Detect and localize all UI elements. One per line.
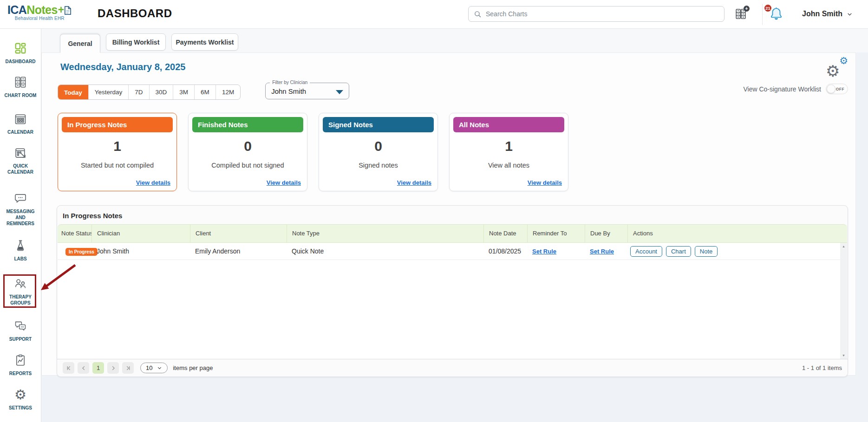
range-30d[interactable]: 30D [150,85,174,99]
toggle-state-text: OFF [836,87,844,91]
items-per-page-label: items per page [173,364,213,371]
sidebar-item-chart-room[interactable]: CHART ROOM [0,76,41,98]
cosignature-toggle[interactable]: OFF [826,84,848,94]
sidebar-item-messaging[interactable]: MESSAGING AND REMINDERS [0,192,41,227]
col-actions: Actions [627,225,847,242]
sidebar-label: CHART ROOM [3,92,38,98]
report-clipboard-icon [14,354,27,367]
page-size-value: 10 [146,364,152,371]
page-title: DASHBOARD [98,7,172,20]
notifications-bell-icon[interactable]: 21 [769,6,783,21]
cosignature-toggle-row: View Co-signature Worklist OFF [743,84,848,94]
panel-corner-tools: ⚙ ⚙ View Co-signature Worklist OFF [743,58,848,94]
card-signed-notes[interactable]: Signed Notes 0 Signed notes View details [319,113,438,191]
tab-payments-worklist[interactable]: Payments Worklist [171,33,238,51]
view-details-link[interactable]: View details [136,179,170,186]
logo-text-notes: Notes [26,4,57,16]
card-finished-notes[interactable]: Finished Notes 0 Compiled but not signed… [188,113,307,191]
table-pagination: 1 10 items per page 1 - 1 of 1 items [57,359,848,377]
logo-tagline: Behavioral Health EHR [7,16,72,21]
date-heading: Wednesday, January 8, 2025 [42,53,855,72]
card-all-notes[interactable]: All Notes 1 View all notes View details [449,113,568,191]
tab-general[interactable]: General [60,34,100,53]
sidebar-item-calendar[interactable]: CALENDAR [0,112,41,135]
table-row: In Progress John Smith Emily Anderson Qu… [58,243,847,260]
range-12m[interactable]: 12M [216,85,240,99]
cell-note-type: Quick Note [287,247,483,255]
sidebar-label: LABS [3,256,38,262]
next-page-button[interactable] [107,362,119,374]
logo-text-ica: ICA [7,4,26,16]
top-header: ICANotes+ Behavioral Health EHR DASHBOAR… [0,0,868,29]
cell-clinician: John Smith [91,247,190,255]
gear-icon: ⚙ [839,56,848,65]
range-6m[interactable]: 6M [195,85,216,99]
table-body: In Progress John Smith Emily Anderson Qu… [58,243,847,359]
general-tab-panel: ⚙ ⚙ View Co-signature Worklist OFF Wedne… [41,52,856,376]
card-subtitle: View all notes [450,162,568,169]
view-details-link[interactable]: View details [528,179,562,186]
main-content: General Billing Worklist Payments Workli… [41,29,868,376]
cosignature-label: View Co-signature Worklist [743,85,821,93]
set-rule-reminder-link[interactable]: Set Rule [532,248,556,255]
set-rule-dueby-link[interactable]: Set Rule [590,248,614,255]
card-subtitle: Signed notes [319,162,437,169]
charts-add-icon[interactable]: + [735,8,747,20]
search-input[interactable] [486,10,719,18]
first-page-button[interactable] [63,362,74,374]
cell-client: Emily Anderson [190,247,287,255]
notification-count-badge: 21 [764,4,772,13]
card-subtitle: Compiled but not signed [189,162,307,169]
sidebar-item-dashboard[interactable]: DASHBOARD [0,42,41,65]
prev-page-button[interactable] [78,362,89,374]
sidebar-item-reports[interactable]: REPORTS [0,354,41,377]
sidebar-item-quick-calendar[interactable]: QUICK CALENDAR [0,146,41,175]
row-actions: Account Chart Note [627,246,847,257]
tab-billing-worklist[interactable]: Billing Worklist [106,33,166,51]
search-charts-box[interactable] [468,6,724,22]
user-menu[interactable]: John Smith [802,10,853,18]
col-note-date: Note Date [483,225,527,242]
col-note-status: Note Status [58,225,91,242]
view-details-link[interactable]: View details [267,179,301,186]
sidebar-item-settings[interactable]: ⚙ SETTINGS [0,388,41,411]
icanotes-logo[interactable]: ICANotes+ Behavioral Health EHR [7,4,72,21]
last-page-button[interactable] [122,362,134,374]
quick-calendar-icon [14,146,27,159]
card-in-progress-notes[interactable]: In Progress Notes 1 Started but not comp… [58,113,177,191]
note-button[interactable]: Note [695,246,718,257]
chart-button[interactable]: Chart [666,246,691,257]
in-progress-notes-table: In Progress Notes Note Status Clinician … [57,205,848,377]
date-range-segmented-control: Today Yesterday 7D 30D 3M 6M 12M [58,84,241,100]
sidebar-item-labs[interactable]: LABS [0,239,41,262]
clinician-filter-select[interactable]: Filter by Clinician John Smith [265,83,349,99]
sidebar-label: MESSAGING AND REMINDERS [3,208,38,227]
current-page-button[interactable]: 1 [92,362,104,374]
card-title: Finished Notes [192,117,303,132]
sidebar-label: QUICK CALENDAR [3,163,38,175]
range-today[interactable]: Today [58,84,89,100]
annotation-highlight-box [3,274,36,308]
account-button[interactable]: Account [630,246,662,257]
range-3m[interactable]: 3M [173,85,195,99]
message-bubble-icon [14,192,27,205]
range-yesterday[interactable]: Yesterday [89,85,129,99]
scroll-down-icon[interactable]: ▼ [842,354,845,357]
sidebar-item-support[interactable]: SUPPORT [0,319,41,342]
pagination-range-label: 1 - 1 of 1 items [802,364,842,371]
scroll-up-icon[interactable]: ▲ [842,245,845,248]
clinician-filter-label: Filter by Clinician [270,80,310,85]
page-size-select[interactable]: 10 [140,363,168,373]
card-title: In Progress Notes [62,117,173,132]
col-note-type: Note Type [287,225,483,242]
filter-row: Today Yesterday 7D 30D 3M 6M 12M Filter … [58,84,855,100]
sidebar-label: REPORTS [3,370,38,377]
table-scrollbar[interactable]: ▲ ▼ [840,243,847,359]
view-details-link[interactable]: View details [397,179,431,186]
sidebar-label: SUPPORT [3,336,38,342]
logo-document-icon [63,6,72,15]
card-count: 0 [189,138,307,154]
dropdown-caret-icon [336,90,343,94]
dashboard-settings-gears-icon[interactable]: ⚙ ⚙ [826,58,848,77]
range-7d[interactable]: 7D [129,85,149,99]
